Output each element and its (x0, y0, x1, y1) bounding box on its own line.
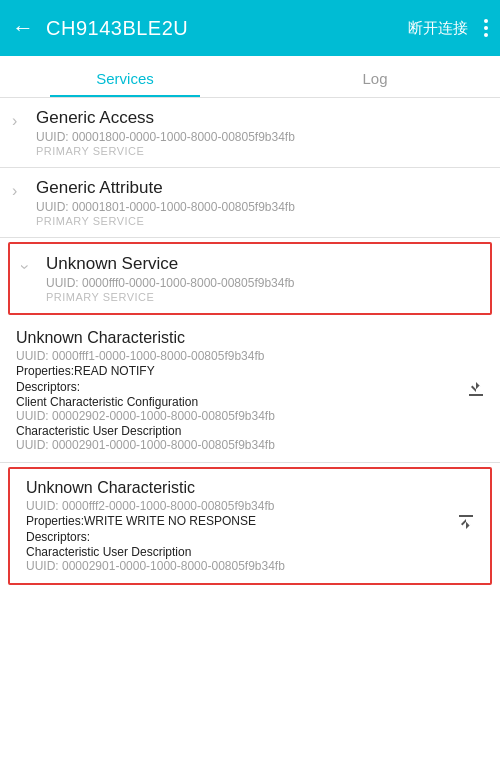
service-type: PRIMARY SERVICE (36, 215, 484, 227)
char-properties: Properties:WRITE WRITE NO RESPONSE (26, 514, 442, 528)
download-icon (464, 376, 488, 400)
svg-marker-0 (471, 382, 481, 392)
descriptor-name-1: Client Characteristic Configuration (16, 395, 452, 409)
descriptors-label: Descriptors: (16, 380, 452, 394)
service-type: PRIMARY SERVICE (36, 145, 484, 157)
service-name: Unknown Service (46, 254, 474, 274)
chevron-open-icon: › (16, 264, 34, 269)
descriptor-uuid-1: UUID: 00002902-0000-1000-8000-00805f9b34… (16, 409, 452, 423)
upload-icon (454, 511, 478, 535)
upload-button[interactable] (454, 511, 478, 541)
service-type: PRIMARY SERVICE (46, 291, 474, 303)
service-uuid: UUID: 00001801-0000-1000-8000-00805f9b34… (36, 200, 484, 214)
back-button[interactable]: ← (12, 15, 34, 41)
char-name: Unknown Characteristic (16, 329, 452, 347)
dot3 (484, 33, 488, 37)
service-item-unknown[interactable]: › Unknown Service UUID: 0000fff0-0000-10… (8, 242, 492, 315)
dot1 (484, 19, 488, 23)
char-item-1: Unknown Characteristic UUID: 0000fff1-00… (0, 319, 500, 463)
more-menu-button[interactable] (484, 19, 488, 37)
tab-bar: Services Log (0, 56, 500, 98)
service-item-generic-attribute[interactable]: › Generic Attribute UUID: 00001801-0000-… (0, 168, 500, 238)
services-list: › Generic Access UUID: 00001800-0000-100… (0, 98, 500, 585)
descriptor-uuid-2: UUID: 00002901-0000-1000-8000-00805f9b34… (16, 438, 452, 452)
char-properties: Properties:READ NOTIFY (16, 364, 452, 378)
descriptor-uuid-3: UUID: 00002901-0000-1000-8000-00805f9b34… (26, 559, 442, 573)
char-name: Unknown Characteristic (26, 479, 442, 497)
chevron-icon: › (12, 112, 17, 130)
service-uuid: UUID: 0000fff0-0000-1000-8000-00805f9b34… (46, 276, 474, 290)
service-item-generic-access[interactable]: › Generic Access UUID: 00001800-0000-100… (0, 98, 500, 168)
descriptors-label: Descriptors: (26, 530, 442, 544)
char-uuid: UUID: 0000fff2-0000-1000-8000-00805f9b34… (26, 499, 442, 513)
device-title: CH9143BLE2U (46, 17, 408, 40)
service-uuid: UUID: 00001800-0000-1000-8000-00805f9b34… (36, 130, 484, 144)
char-uuid: UUID: 0000fff1-0000-1000-8000-00805f9b34… (16, 349, 452, 363)
svg-rect-1 (469, 394, 483, 396)
service-name: Generic Access (36, 108, 484, 128)
disconnect-button[interactable]: 断开连接 (408, 19, 468, 38)
tab-services[interactable]: Services (0, 56, 250, 97)
chevron-icon: › (12, 182, 17, 200)
svg-marker-2 (461, 519, 471, 529)
tab-log[interactable]: Log (250, 56, 500, 97)
download-button[interactable] (464, 376, 488, 406)
dot2 (484, 26, 488, 30)
svg-rect-3 (459, 515, 473, 517)
char-item-2: Unknown Characteristic UUID: 0000fff2-00… (8, 467, 492, 585)
app-header: ← CH9143BLE2U 断开连接 (0, 0, 500, 56)
service-name: Generic Attribute (36, 178, 484, 198)
descriptor-name-3: Characteristic User Description (26, 545, 442, 559)
descriptor-name-2: Characteristic User Description (16, 424, 452, 438)
